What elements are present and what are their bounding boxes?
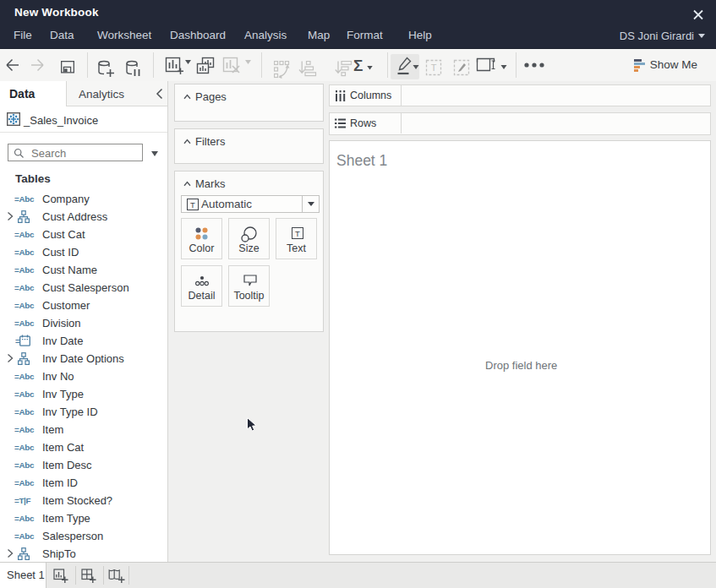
svg-text:T: T [190,200,195,210]
svg-text:T: T [295,229,300,238]
svg-text:T: T [431,63,437,73]
